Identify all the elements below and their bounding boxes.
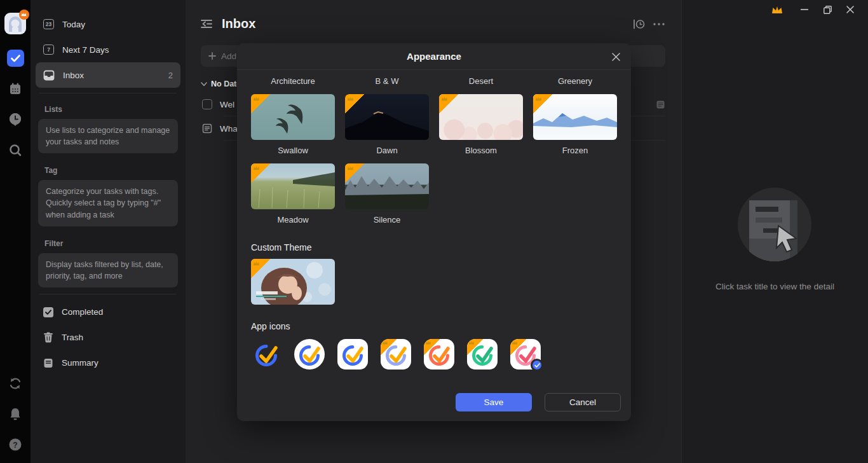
- inbox-icon: [43, 70, 55, 81]
- section-label-lists: Lists: [31, 99, 186, 116]
- inbox-count-badge: 2: [168, 71, 173, 80]
- filter-hint[interactable]: Display tasks filtered by list, date, pr…: [38, 253, 178, 287]
- note-indicator-icon: [656, 100, 665, 109]
- dialog-close-icon[interactable]: [609, 50, 622, 63]
- lists-hint[interactable]: Use lists to categorize and manage your …: [38, 119, 178, 153]
- premium-crown-badge: [345, 163, 364, 183]
- task-detail-panel: Click task title to view the detail: [681, 0, 868, 463]
- chevron-down-icon: [201, 82, 207, 86]
- premium-crown-badge: [424, 339, 440, 355]
- pomodoro-clock-icon[interactable]: [7, 111, 24, 128]
- svg-text:?: ?: [13, 441, 17, 450]
- collapse-sidebar-icon[interactable]: [201, 19, 213, 29]
- avatar-premium-crown-icon: [19, 10, 29, 20]
- task-checkbox[interactable]: [202, 99, 212, 109]
- theme-option-swallow[interactable]: Swallow: [251, 94, 335, 155]
- empty-state-text: Click task title to view the detail: [715, 282, 834, 291]
- swallow-preview-image[interactable]: [251, 94, 335, 140]
- notifications-bell-icon[interactable]: [7, 406, 24, 422]
- premium-crown-icon[interactable]: [766, 1, 788, 18]
- theme-name: Swallow: [251, 146, 335, 155]
- sidebar-item-inbox[interactable]: Inbox 2: [36, 62, 180, 88]
- search-icon[interactable]: [7, 142, 24, 158]
- sidebar-item-label: Trash: [62, 333, 173, 342]
- tag-hint[interactable]: Categorize your tasks with tags. Quickly…: [38, 180, 178, 226]
- app-icon-option-7[interactable]: [510, 339, 541, 370]
- premium-crown-badge: [467, 339, 483, 355]
- sidebar-item-label: Summary: [62, 358, 173, 368]
- today-calendar-icon: 23: [43, 19, 54, 29]
- sidebar-divider: [39, 93, 177, 93]
- sidebar-item-next-7-days[interactable]: 7 Next 7 Days: [36, 37, 180, 62]
- app-icon-option-6[interactable]: [467, 339, 498, 370]
- premium-crown-badge: [251, 94, 270, 113]
- sidebar-item-label: Today: [62, 20, 173, 29]
- premium-crown-badge: [251, 259, 270, 278]
- sidebar-item-trash[interactable]: Trash: [36, 325, 180, 350]
- sidebar-item-label: Next 7 Days: [62, 45, 173, 55]
- frozen-preview-image[interactable]: [533, 94, 617, 140]
- theme-option-silence[interactable]: Silence: [345, 163, 429, 225]
- theme-label-greenery[interactable]: Greenery: [533, 76, 617, 86]
- theme-option-frozen[interactable]: Frozen: [533, 94, 617, 155]
- app-icon-option-5[interactable]: [424, 339, 454, 370]
- theme-label-bw[interactable]: B & W: [345, 76, 429, 86]
- meadow-preview-image[interactable]: [251, 163, 335, 209]
- app-icons-row: [251, 339, 617, 370]
- premium-crown-badge: [345, 94, 364, 113]
- premium-crown-badge: [381, 339, 397, 355]
- minimize-button[interactable]: [793, 1, 816, 18]
- user-avatar[interactable]: [4, 13, 26, 34]
- theme-option-meadow[interactable]: Meadow: [251, 163, 335, 225]
- app-icon-option-3[interactable]: [337, 339, 368, 370]
- theme-name: Blossom: [439, 146, 523, 155]
- more-options-icon[interactable]: [652, 17, 666, 31]
- window-controls: [766, 0, 868, 19]
- sidebar-item-completed[interactable]: Completed: [36, 300, 180, 325]
- restore-button[interactable]: [816, 1, 839, 18]
- empty-state-illustration: [738, 188, 811, 261]
- premium-crown-badge: [510, 339, 526, 355]
- theme-option-dawn[interactable]: Dawn: [345, 94, 429, 155]
- save-button[interactable]: Save: [456, 393, 532, 411]
- theme-option-blossom[interactable]: Blossom: [439, 94, 523, 155]
- sort-icon[interactable]: [632, 17, 646, 31]
- cancel-button[interactable]: Cancel: [545, 393, 621, 411]
- completed-checkbox-icon: [43, 307, 53, 317]
- dialog-title: Appearance: [407, 51, 461, 62]
- app-icon-option-4[interactable]: [381, 339, 411, 370]
- custom-theme-heading: Custom Theme: [251, 242, 617, 252]
- app-logo-tasks-icon[interactable]: [7, 50, 24, 67]
- trash-icon: [43, 332, 53, 343]
- help-icon[interactable]: ?: [7, 436, 24, 453]
- section-label-tag: Tag: [31, 160, 186, 177]
- theme-label-desert[interactable]: Desert: [439, 76, 523, 86]
- sidebar-divider: [39, 294, 177, 294]
- premium-crown-badge: [533, 94, 552, 113]
- custom-theme-option[interactable]: [251, 259, 335, 305]
- sync-icon[interactable]: [7, 375, 24, 392]
- left-rail: ?: [0, 0, 31, 463]
- dawn-preview-image[interactable]: [345, 94, 429, 140]
- close-button[interactable]: [839, 1, 862, 18]
- premium-crown-badge: [439, 94, 458, 113]
- silence-preview-image[interactable]: [345, 163, 429, 209]
- sidebar-item-label: Completed: [62, 307, 173, 317]
- note-item-icon[interactable]: [202, 123, 212, 134]
- theme-name: Frozen: [533, 146, 617, 155]
- summary-icon: [43, 358, 53, 368]
- calendar-icon[interactable]: [7, 81, 24, 97]
- page-title: Inbox: [222, 17, 625, 31]
- app-icon-option-2[interactable]: [294, 339, 325, 370]
- premium-crown-badge: [251, 163, 270, 183]
- sidebar-item-summary[interactable]: Summary: [36, 350, 180, 376]
- theme-label-architecture[interactable]: Architecture: [251, 76, 335, 86]
- selected-check-badge: [531, 359, 543, 371]
- theme-name: Dawn: [345, 146, 429, 155]
- section-label-filter: Filter: [31, 233, 186, 251]
- blossom-preview-image[interactable]: [439, 94, 523, 140]
- next7days-calendar-icon: 7: [43, 45, 54, 55]
- sidebar-item-today[interactable]: 23 Today: [36, 11, 180, 37]
- app-icon-option-1[interactable]: [251, 339, 281, 370]
- theme-name: Meadow: [251, 215, 335, 225]
